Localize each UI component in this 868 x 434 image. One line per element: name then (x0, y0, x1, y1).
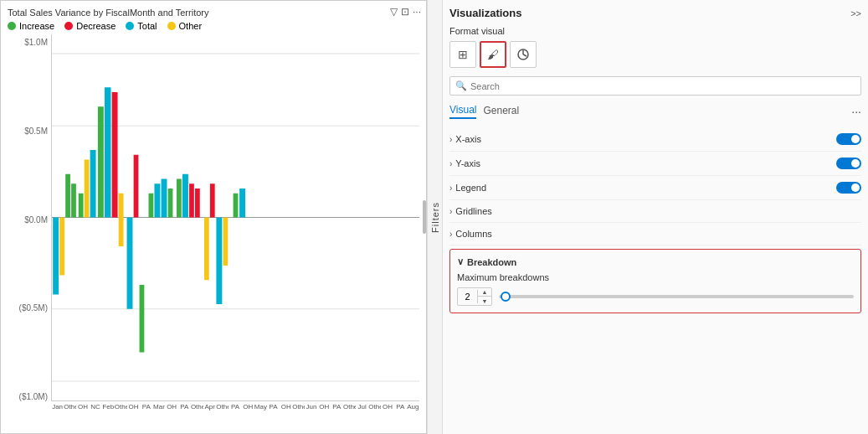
tabs: VisualGeneral··· (449, 104, 861, 119)
x-label: Other (343, 403, 356, 411)
chevron-right-icon: › (449, 183, 452, 193)
legend-dot (167, 22, 176, 30)
svg-rect-21 (154, 183, 160, 217)
section-y-axis[interactable]: › Y-axis (449, 152, 861, 176)
more-options-icon[interactable]: ··· (413, 6, 421, 18)
svg-rect-29 (210, 183, 215, 217)
x-label: NC (90, 403, 102, 411)
breakdown-title: Breakdown (467, 257, 516, 267)
x-label: OH (242, 403, 254, 411)
svg-rect-12 (90, 150, 96, 218)
analytics-icon-btn[interactable] (510, 41, 537, 68)
x-label: Feb (102, 403, 115, 411)
chart-legend: IncreaseDecreaseTotalOther (8, 21, 419, 31)
tab-visual[interactable]: Visual (449, 104, 476, 119)
format-visual-label: Format visual (449, 26, 861, 36)
toggle[interactable] (836, 133, 861, 145)
section-label: › Legend (449, 183, 486, 193)
svg-rect-24 (177, 179, 182, 218)
viz-expand-button[interactable]: >> (850, 8, 861, 18)
svg-rect-17 (127, 218, 133, 309)
resize-handle[interactable] (423, 200, 426, 234)
search-icon: 🔍 (455, 80, 467, 91)
chart-area: Total Sales Variance by FiscalMonth and … (0, 0, 427, 434)
x-label: May (254, 403, 267, 411)
chart-plot (51, 34, 419, 401)
legend-item-total: Total (126, 21, 157, 31)
x-label: OH (381, 403, 393, 411)
section-columns[interactable]: › Columns (449, 223, 861, 245)
search-input[interactable] (470, 81, 855, 91)
x-label: OH (127, 403, 140, 411)
x-label: Jan (51, 403, 64, 411)
breakdown-control: 2 ▲ ▼ (457, 287, 854, 306)
svg-rect-26 (189, 183, 194, 217)
section-legend[interactable]: › Legend (449, 176, 861, 200)
chevron-right-icon: › (449, 159, 452, 168)
slider-track[interactable] (499, 295, 854, 298)
chevron-right-icon: › (449, 135, 452, 144)
svg-rect-31 (223, 218, 228, 266)
breakdown-max-label: Maximum breakdowns (457, 272, 854, 282)
section-gridlines[interactable]: › Gridlines (449, 200, 861, 223)
search-box: 🔍 (449, 76, 861, 96)
svg-rect-20 (149, 194, 154, 218)
legend-item-increase: Increase (8, 21, 54, 31)
svg-rect-9 (71, 183, 76, 217)
y-axis-label: $1.0M (24, 38, 48, 47)
x-label: Other (115, 403, 127, 411)
chevron-right-icon: › (449, 207, 452, 216)
svg-rect-30 (216, 218, 222, 305)
section-name: Columns (455, 229, 491, 239)
section-x-axis[interactable]: › X-axis (449, 127, 861, 152)
x-label: OH (166, 403, 178, 411)
svg-rect-18 (134, 155, 139, 218)
svg-rect-28 (204, 218, 209, 281)
svg-rect-19 (140, 285, 145, 353)
y-axis-label: $0.5M (24, 127, 48, 136)
x-label: OH (280, 403, 292, 411)
section-label: › Columns (449, 229, 492, 239)
svg-rect-25 (182, 174, 188, 218)
toggle[interactable] (836, 158, 861, 169)
x-label: Other (64, 403, 76, 411)
stepper-down[interactable]: ▼ (478, 297, 491, 305)
svg-rect-22 (162, 179, 167, 218)
x-label: Apr (203, 403, 216, 411)
legend-label: Increase (19, 21, 54, 31)
filters-label: Filters (430, 202, 440, 233)
stepper-arrows: ▲ ▼ (478, 288, 491, 305)
legend-label: Decrease (76, 21, 116, 31)
y-axis-label: ($1.0M) (19, 392, 48, 401)
table-icon-btn[interactable]: ⊞ (449, 41, 476, 68)
legend-dot (64, 22, 73, 30)
toggle[interactable] (836, 182, 861, 194)
svg-rect-32 (234, 194, 239, 218)
filters-bar: Filters (427, 0, 442, 434)
x-label: PA (229, 403, 241, 411)
sections-list: › X-axis › Y-axis › Legend › Gridlines ›… (449, 127, 861, 245)
expand-icon[interactable]: ⊡ (401, 6, 409, 18)
tab-general[interactable]: General (483, 105, 519, 118)
paint-icon-btn[interactable]: 🖌 (480, 41, 506, 68)
svg-rect-14 (105, 87, 111, 217)
viz-panel-title: Visualizations (449, 7, 521, 19)
svg-rect-8 (65, 174, 70, 218)
x-label: Jul (356, 403, 368, 411)
section-name: X-axis (455, 134, 481, 144)
x-label: PA (331, 403, 343, 411)
stepper-up[interactable]: ▲ (478, 288, 491, 297)
legend-item-other: Other (167, 21, 203, 31)
viz-panel: Visualizations >> Format visual ⊞ 🖌 🔍 Vi… (442, 0, 868, 434)
svg-rect-23 (168, 189, 173, 218)
breakdown-chevron: ∨ (457, 256, 464, 267)
legend-dot (126, 22, 134, 30)
filter-icon[interactable]: ▽ (390, 6, 398, 18)
x-label: Aug (407, 403, 419, 411)
x-label: Jun (305, 403, 317, 411)
tabs-more-button[interactable]: ··· (851, 105, 861, 118)
x-label: Other (216, 403, 229, 411)
chart-title: Total Sales Variance by FiscalMonth and … (8, 8, 419, 18)
breakdown-stepper[interactable]: 2 ▲ ▼ (457, 287, 492, 306)
chart-controls: ▽ ⊡ ··· (390, 6, 421, 18)
